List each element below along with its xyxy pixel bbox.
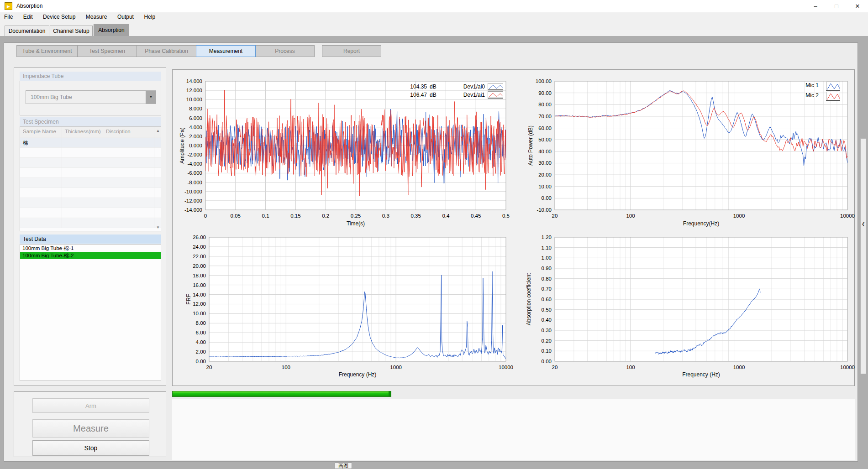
table-cell — [154, 158, 161, 168]
subtab-measurement[interactable]: Measurement — [196, 45, 256, 57]
impedance-tube-dropdown[interactable]: 100mm Big Tube ▼ — [26, 90, 156, 104]
menu-item-edit[interactable]: Edit — [19, 12, 37, 22]
svg-text:1.00: 1.00 — [542, 255, 552, 261]
table-row[interactable]: 棉 — [20, 138, 161, 148]
waveform-swatch-icon[interactable] — [826, 82, 840, 91]
tab-absorption[interactable]: Absorption — [94, 24, 129, 36]
table-row[interactable] — [20, 198, 161, 208]
chart-auto-power: 20100100010000-10.000.0010.0020.0030.004… — [525, 75, 852, 226]
svg-text:0.3: 0.3 — [382, 213, 389, 219]
bottom-blank-area — [172, 399, 855, 460]
main-tab-strip: Documentation Channel Setup Absorption — [0, 22, 868, 36]
arm-button[interactable]: Arm — [32, 398, 149, 413]
subtab-report[interactable]: Report — [322, 45, 381, 57]
svg-text:14.000: 14.000 — [186, 78, 202, 84]
legend-entry[interactable]: Dev1/ai1 — [449, 92, 485, 98]
legend-entry[interactable]: Mic 1 — [781, 82, 819, 89]
svg-text:0.15: 0.15 — [290, 213, 300, 219]
svg-text:50.00: 50.00 — [538, 137, 552, 142]
svg-text:0.40: 0.40 — [542, 317, 552, 323]
tab-channel-setup[interactable]: Channel Setup — [50, 26, 93, 36]
window-title: Absorption — [16, 3, 42, 9]
subtab-tube-environment[interactable]: Tube & Environment — [16, 45, 78, 57]
progress-bar — [172, 391, 391, 397]
table-cell — [103, 218, 154, 228]
svg-text:Time(s): Time(s) — [347, 220, 365, 227]
level-readout: 104.35 — [402, 83, 427, 90]
menu-item-measure[interactable]: Measure — [82, 12, 111, 22]
svg-text:6.00: 6.00 — [196, 330, 206, 335]
svg-text:0.4: 0.4 — [442, 213, 450, 219]
waveform-swatch-icon[interactable] — [488, 83, 503, 90]
table-cell — [154, 178, 161, 188]
svg-text:20.00: 20.00 — [193, 263, 206, 269]
svg-text:20: 20 — [206, 365, 212, 370]
svg-text:40.00: 40.00 — [538, 149, 552, 154]
table-cell — [103, 148, 154, 158]
progress-bar-cap — [389, 391, 391, 396]
svg-text:8.00: 8.00 — [196, 320, 206, 326]
svg-text:4.00: 4.00 — [196, 339, 206, 345]
scroll-down-icon[interactable]: ▼ — [156, 225, 160, 229]
table-cell — [20, 198, 62, 208]
chevron-left-icon: ❮ — [862, 222, 865, 226]
svg-text:1000: 1000 — [390, 365, 402, 370]
subtab-phase-calibration[interactable]: Phase Calibration — [137, 45, 196, 57]
svg-text:0.5: 0.5 — [502, 213, 510, 219]
chart-absorption-coefficient: 201001000100000.000.100.200.300.400.500.… — [525, 230, 852, 381]
svg-text:22.00: 22.00 — [193, 254, 206, 259]
svg-text:0.45: 0.45 — [471, 213, 481, 219]
table-row[interactable] — [20, 188, 161, 198]
list-item[interactable]: 100mm Big Tube-棉-2 — [20, 252, 161, 259]
minimize-button[interactable]: – — [805, 0, 826, 12]
svg-text:-14.000: -14.000 — [184, 207, 202, 213]
column-header: Discription — [103, 127, 154, 138]
scroll-up-icon[interactable]: ▲ — [156, 129, 160, 133]
maximize-button[interactable]: □ — [826, 0, 847, 12]
svg-text:Frequency (Hz): Frequency (Hz) — [339, 371, 377, 378]
svg-text:6.000: 6.000 — [189, 115, 202, 121]
menu-item-output[interactable]: Output — [113, 12, 138, 22]
table-row[interactable] — [20, 178, 161, 188]
table-row[interactable] — [20, 148, 161, 158]
menu-item-file[interactable]: File — [0, 12, 17, 22]
table-cell — [62, 208, 103, 218]
subtab-process[interactable]: Process — [255, 45, 315, 57]
waveform-swatch-icon[interactable] — [826, 92, 840, 101]
table-row[interactable] — [20, 158, 161, 168]
close-button[interactable]: ✕ — [847, 0, 868, 12]
table-row[interactable] — [20, 218, 161, 228]
svg-text:24.00: 24.00 — [193, 244, 206, 250]
svg-text:0.30: 0.30 — [542, 328, 552, 333]
menu-item-help[interactable]: Help — [140, 12, 159, 22]
list-item[interactable]: 100mm Big Tube-棉-1 — [20, 245, 161, 252]
waveform-swatch-icon[interactable] — [488, 91, 503, 99]
sidebar-panel: Impendace Tube 100mm Big Tube ▼ Test Spe… — [14, 68, 166, 386]
table-row[interactable] — [20, 208, 161, 218]
column-header: Sample Name — [20, 127, 62, 138]
legend-entry[interactable]: Mic 2 — [781, 92, 819, 99]
table-row[interactable] — [20, 168, 161, 178]
tab-documentation[interactable]: Documentation — [5, 26, 49, 36]
svg-text:60.00: 60.00 — [538, 125, 552, 131]
svg-text:10000: 10000 — [499, 365, 513, 370]
stop-button[interactable]: Stop — [32, 440, 149, 456]
svg-text:14.00: 14.00 — [193, 292, 206, 297]
menu-item-device-setup[interactable]: Device Setup — [39, 12, 79, 22]
test-specimen-table-header: Sample NameThickness(mm)Discription — [20, 127, 161, 138]
svg-text:20: 20 — [552, 365, 558, 370]
test-specimen-header: Test Specimen — [20, 117, 161, 126]
measure-button[interactable]: Measure — [32, 419, 149, 438]
bottom-partial-tab[interactable]: 画图 — [335, 463, 352, 469]
sub-tab-strip: Tube & Environment Test Specimen Phase C… — [16, 45, 381, 57]
subtab-test-specimen[interactable]: Test Specimen — [77, 45, 137, 57]
right-splitter-handle[interactable]: ❮ — [860, 138, 866, 374]
chart-frf: 201001000100000.002.004.006.008.0010.001… — [179, 230, 509, 381]
chevron-down-icon[interactable]: ▼ — [146, 91, 156, 104]
svg-text:10.00: 10.00 — [538, 184, 552, 189]
legend-entry[interactable]: Dev1/ai0 — [449, 83, 485, 90]
svg-text:100: 100 — [626, 213, 635, 219]
svg-text:0.000: 0.000 — [189, 143, 202, 148]
svg-text:2.000: 2.000 — [189, 134, 202, 139]
svg-text:0.00: 0.00 — [196, 359, 206, 364]
